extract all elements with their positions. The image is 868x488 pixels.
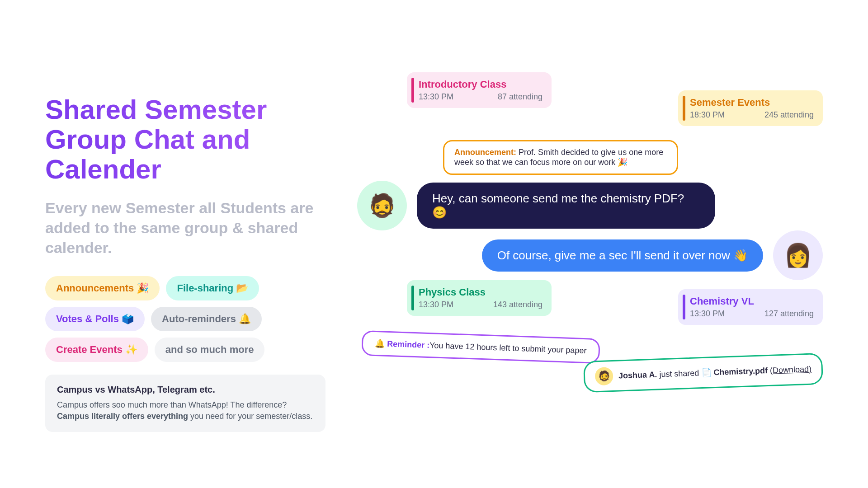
event-card-physics[interactable]: Physics Class 13:30 PM143 attending: [407, 280, 552, 316]
bell-icon: 🔔: [375, 339, 385, 348]
file-share-bubble: 🧔 Joshua A. just shared 📄 Chemistry.pdf …: [583, 353, 823, 393]
announcement-bubble: Announcement: Prof. Smith decided to giv…: [443, 140, 678, 175]
feature-tag: Announcements 🎉: [45, 276, 160, 300]
event-card-introductory[interactable]: Introductory Class 13:30 PM87 attending: [407, 72, 552, 108]
compare-body: Campus offers soo much more than WhatsAp…: [57, 399, 314, 422]
event-card-chemistry[interactable]: Chemistry VL 13:30 PM127 attending: [678, 289, 823, 325]
feature-tag: and so much more: [155, 338, 265, 362]
avatar-female: 👩: [773, 230, 823, 280]
chat-bubble: Of course, give me a sec I'll send it ov…: [482, 239, 763, 272]
event-title: Physics Class: [419, 286, 542, 298]
page-subheadline: Every new Semester all Students are adde…: [45, 198, 326, 258]
feature-tag: Create Events ✨: [45, 338, 148, 362]
page-headline: Shared Semester Group Chat and Calender: [45, 95, 326, 184]
event-title: Introductory Class: [419, 79, 542, 90]
avatar-mini: 🧔: [594, 367, 613, 385]
event-title: Chemistry VL: [690, 296, 814, 307]
event-card-semester[interactable]: Semester Events 18:30 PM245 attending: [678, 90, 823, 126]
feature-tag-list: Announcements 🎉File-sharing 📂Votes & Pol…: [45, 276, 326, 362]
chat-message-incoming: 🧔 Hey, can someone send me the chemistry…: [357, 181, 715, 230]
chat-message-outgoing: 👩 Of course, give me a sec I'll send it …: [482, 230, 823, 280]
compare-title: Campus vs WhatsApp, Telegram etc.: [57, 385, 314, 395]
share-filename: Chemistry.pdf: [713, 366, 768, 377]
reminder-label: Reminder :: [387, 339, 430, 350]
compare-card: Campus vs WhatsApp, Telegram etc. Campus…: [45, 375, 326, 432]
chat-bubble: Hey, can someone send me the chemistry P…: [417, 183, 715, 229]
avatar-male: 🧔: [357, 181, 407, 230]
share-user: Joshua A.: [618, 370, 657, 380]
event-title: Semester Events: [690, 97, 814, 108]
reminder-bubble: 🔔 Reminder :You have 12 hours left to su…: [361, 330, 600, 364]
download-link[interactable]: (Download): [770, 365, 812, 375]
feature-tag: File-sharing 📂: [166, 276, 259, 300]
feature-tag: Votes & Polls 🗳️: [45, 307, 145, 331]
feature-tag: Auto-reminders 🔔: [151, 307, 262, 331]
file-icon: 📄: [701, 368, 714, 377]
announcement-label: Announcement:: [454, 148, 516, 157]
